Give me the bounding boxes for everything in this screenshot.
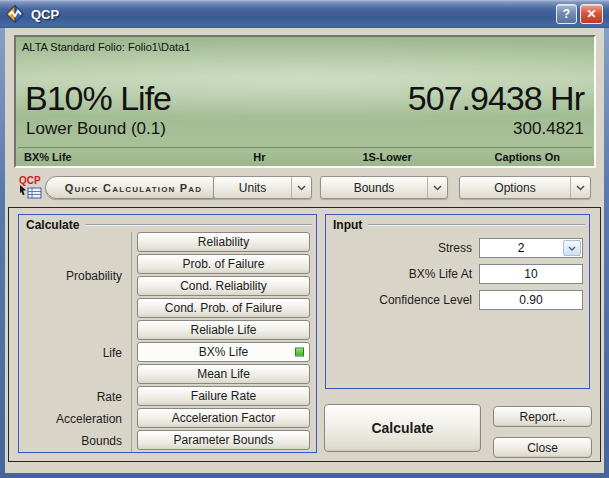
chevron-down-icon[interactable] [427,177,447,198]
calculate-group-title: Calculate [26,218,79,232]
input-group: Input Stress 2 BX% Life At [325,214,590,389]
qcp-logo-icon: QCP [16,174,44,201]
status-units: Hr [253,151,265,163]
confidence-level-input[interactable] [479,290,583,310]
confidence-level-label: Confidence Level [379,293,479,307]
bounds-row: Bounds Parameter Bounds [19,430,316,452]
results-display: ALTA Standard Folio: Folio1\Data1 B10% L… [14,35,596,168]
reliability-button[interactable]: Reliability [137,232,310,252]
options-menu-label: Options [460,177,570,198]
stress-label: Stress [438,241,479,255]
units-menu-label: Units [214,177,291,198]
close-icon[interactable]: ✕ [580,4,603,24]
window-title: QCP [31,7,553,22]
bounds-menu-label: Bounds [321,177,427,198]
category-label-probability: Probability [19,269,131,283]
category-label-rate: Rate [19,390,131,404]
chevron-down-icon[interactable] [291,177,311,198]
options-menu-button[interactable]: Options [459,176,591,199]
help-button[interactable]: ? [556,4,577,24]
title-bar: QCP ? ✕ [0,0,609,28]
bx-life-at-input[interactable] [479,264,583,284]
stress-select[interactable]: 2 [479,238,583,258]
bx-life-at-label: BX% Life At [409,267,479,281]
group-title-rule [85,224,312,226]
confidence-level-row: Confidence Level [326,290,583,310]
chevron-down-icon[interactable] [570,177,590,198]
units-menu-button[interactable]: Units [213,176,312,199]
bounds-menu-button[interactable]: Bounds [320,176,448,199]
close-button[interactable]: Close [493,437,592,458]
data-source-caption: ALTA Standard Folio: Folio1\Data1 [22,41,190,53]
parameter-bounds-button[interactable]: Parameter Bounds [137,430,310,450]
prob-of-failure-button[interactable]: Prob. of Failure [137,254,310,274]
category-label-acceleration: Acceleration [19,412,131,426]
stress-row: Stress 2 [326,238,583,258]
life-row: Life Reliable Life BX% Life Mean Life [19,320,316,386]
bound-label: Lower Bound (0.1) [26,119,166,139]
bx-life-button-label: BX% Life [199,345,248,359]
bx-life-button[interactable]: BX% Life [137,342,310,362]
calculate-button[interactable]: Calculate [324,404,481,452]
bx-life-at-row: BX% Life At [326,264,583,284]
acceleration-factor-button[interactable]: Acceleration Factor [137,408,310,428]
category-label-bounds: Bounds [19,434,131,448]
category-label-life: Life [19,346,131,360]
dialog-body: ALTA Standard Folio: Folio1\Data1 B10% L… [5,28,604,473]
input-group-title: Input [333,218,362,232]
quick-calculation-pad-button[interactable]: Quick Calculation Pad [45,176,222,199]
reliable-life-button[interactable]: Reliable Life [137,320,310,340]
report-button[interactable]: Report... [493,406,592,427]
main-panel: Calculate Probability Reliability Prob. … [8,207,601,462]
acceleration-row: Acceleration Acceleration Factor [19,408,316,430]
rate-row: Rate Failure Rate [19,386,316,408]
app-icon [6,5,24,23]
chevron-down-icon[interactable] [563,240,581,256]
cond-reliability-button[interactable]: Cond. Reliability [137,276,310,296]
group-title-rule [368,224,585,226]
status-bounds: 1S-Lower [362,151,412,163]
toolbar: QCP Quick Calculation Pad Units Bounds [5,174,604,204]
mean-life-button[interactable]: Mean Life [137,364,310,384]
failure-rate-button[interactable]: Failure Rate [137,386,310,406]
result-label: B10% Life [25,79,171,118]
calculate-group: Calculate Probability Reliability Prob. … [18,214,317,453]
bound-value: 300.4821 [513,119,584,139]
qcp-logo-text: QCP [19,175,41,186]
cond-prob-of-failure-button[interactable]: Cond. Prob. of Failure [137,298,310,318]
status-captions: Captions On [495,151,560,163]
qcp-window: QCP ? ✕ ALTA Standard Folio: Folio1\Data… [0,0,609,478]
probability-row: Probability Reliability Prob. of Failure… [19,232,316,320]
stress-value: 2 [480,239,562,257]
result-value: 507.9438 Hr [408,79,584,118]
display-status-bar: BX% Life Hr 1S-Lower Captions On [18,147,592,165]
selected-indicator-led-icon [295,348,304,357]
status-metric: BX% Life [24,151,72,163]
